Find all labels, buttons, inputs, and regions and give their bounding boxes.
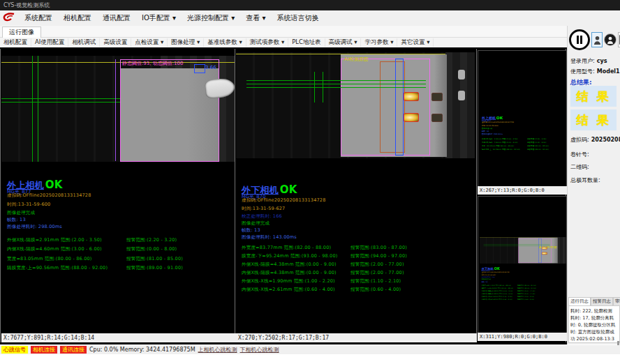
pixel-status-upper: X:7677;Y:891;R:14;G:14;B:14: [1, 333, 237, 342]
control-panel: 登录用户:cys 使用型号:Model1 总结果: 结 果 结 果 虚拟码:20…: [567, 26, 620, 344]
control-buttons: [569, 29, 620, 50]
pixel-status-lower: X:270;Y:2502;R:17;G:17;B:17: [236, 333, 477, 342]
measurement-row: 内侧X线-隔膜=4.38mm 范围:(0.00 - 9.00)报警范围:(2.0…: [242, 270, 404, 276]
measurement-row: 宽度=83.05mm 范围:(80.00 - 86.00)报警范围:(81.00…: [7, 256, 183, 262]
divider: [235, 49, 235, 342]
tool-plc-address[interactable]: PLC地址表: [288, 38, 325, 47]
process-done-line: 图像处理完成: [242, 220, 270, 227]
correction-elapsed-line: 校正处理耗时: 166: [242, 213, 282, 220]
tool-advanced-debug[interactable]: 高级调试 ▾: [325, 38, 362, 47]
measurement-row: 内侧X线-隔膜=4.60mm 范围:(3.00 - 6.00)报警范围:(0.0…: [7, 246, 177, 252]
camera-link-indicator: 相机连接: [31, 346, 57, 354]
tool-spot-check[interactable]: 点检设置 ▾: [131, 38, 168, 47]
camera-image-lower[interactable]: AI检测原图: [236, 52, 475, 158]
image-light-column: [445, 52, 475, 158]
toolbar: 相机配置 AI使用配置 相机调试 高级设置 点检设置 ▾ 图像处理 ▾ 基准线参…: [0, 38, 567, 48]
film-surface: [121, 68, 219, 161]
upper-camera-heartbeat-check: 上相机心跳检测: [198, 346, 237, 354]
time-line: 时间:13-31-59-600: [7, 202, 50, 208]
tool-learning-params[interactable]: 学习参数 ▾: [361, 38, 397, 47]
tab-dim-marker: [431, 93, 443, 101]
divider: [0, 49, 1, 342]
result-ok-badge: OK: [280, 183, 297, 196]
pixel-status-thumb-upper: X:267;Y:13;R:0;G:0;B:0: [478, 186, 568, 195]
roi-line-purple: [115, 59, 116, 161]
login-user-field: 登录用户:cys: [570, 57, 607, 65]
tab-run-image[interactable]: 运行图像: [2, 26, 41, 38]
heartbeat-indicator: 心跳信号: [1, 346, 28, 354]
tool-ai-usage-config[interactable]: AI使用配置: [31, 38, 68, 47]
cpu-memory-readout: Cpu: 0.0% Memory: 3424.41796875M: [89, 347, 195, 353]
result-ok-badge: OK: [45, 179, 63, 191]
measurement-row: 外侧X线-隔膜=4.38mm 范围:(0.00 - 9.00)报警范围:(2.0…: [242, 261, 404, 268]
camera-panel-lower: AI检测原图 外下相机OK MG光_B70 虚拟码:OFfline2025020…: [236, 49, 475, 333]
measurement-row: 膜宽度-下=95.24mm 范围:(93.00 - 98.00)报警范围:(94…: [242, 253, 407, 259]
menu-comm-config[interactable]: 通讯配置: [97, 13, 136, 23]
comm-link-indicator: 通讯连接: [60, 346, 87, 354]
tool-other-settings[interactable]: 其它设置 ▾: [397, 38, 434, 47]
status-bar: 心跳信号 相机连接 通讯连接 Cpu: 0.0% Memory: 3424.41…: [0, 345, 620, 354]
menu-view[interactable]: 查看 ▾: [240, 13, 271, 23]
needle-number-field: 卷针号:: [570, 151, 589, 158]
person-circle-icon: [607, 36, 614, 44]
window-titlebar: CYS-视觉检测系统: [0, 0, 620, 10]
menu-light-config[interactable]: 光源控制配置 ▾: [182, 13, 240, 23]
menu-system-config[interactable]: 系统配置: [19, 13, 58, 23]
camera-panel-upper: 静态阈值:93, 动态阈值:100 3.66 外上相机OK MG光_B77 虚拟…: [1, 49, 235, 333]
measure-line-green: [246, 87, 426, 88]
virtual-code-field: 虚拟码:20250208: [570, 136, 620, 144]
frame-count-line: 帧数: 13: [242, 227, 260, 234]
virtual-code-line: 虚拟码:OFfline20250208133134728: [242, 197, 325, 204]
tab-dim-marker: [431, 114, 443, 122]
frame-count-line: 帧数: 13: [7, 217, 26, 223]
app-window: CYS-视觉检测系统 系统配置 相机配置 通讯配置 IO手配置 ▾ 光源控制配置…: [0, 0, 620, 364]
edge-marker-box: [194, 64, 205, 73]
metal-highlight: [458, 91, 465, 100]
log-output: 耗时: 222, 轮廓检测耗时: 17, 轮廓分离耗时: 0, 轮廓提取分区耗时…: [568, 305, 620, 343]
measurement-row: 外侧X线-X线=1.90mm 范围:(1.00 - 2.20)报警范围:(1.1…: [242, 278, 401, 285]
measure-line-green: [323, 72, 323, 103]
measure-line-green: [1, 102, 126, 103]
measure-line-green: [246, 84, 426, 84]
tool-advanced-settings[interactable]: 高级设置: [100, 38, 131, 47]
measurement-row: 内侧X线-X线=2.61mm 范围:(0.60 - 4.00)报警范围:(0.6…: [242, 287, 401, 293]
tab-glow-marker: [404, 92, 419, 101]
app-logo-icon: [3, 13, 17, 24]
tool-camera-debug[interactable]: 相机调试: [68, 38, 100, 47]
menu-io-config[interactable]: IO手配置 ▾: [136, 13, 182, 23]
divider: [476, 49, 477, 342]
tab-strip: 运行图像: [0, 26, 567, 38]
lower-camera-heartbeat-check: 下相机心跳检测: [240, 346, 279, 354]
measure-line-green: [314, 72, 315, 103]
elapsed-line: 图像处理耗时: 298.00ms: [7, 224, 62, 230]
pause-icon: [577, 36, 579, 44]
measure-line-green: [1, 98, 126, 99]
model-field: 使用型号:Model1: [570, 68, 620, 75]
qr-code-field: 二维码:: [570, 163, 589, 171]
thumbnail-panel-upper[interactable]: 外上相机OK MG光_B77 虚拟码:OFfline20250208133134…: [478, 50, 567, 188]
tool-camera-config[interactable]: 相机配置: [0, 38, 31, 47]
window-title: CYS-视觉检测系统: [3, 2, 50, 8]
pixel-status-thumb-lower: X:311;Y:980;R:0;G:0;B:0: [478, 333, 568, 341]
virtual-code-line: 虚拟码:OFfline20250208133134728: [7, 192, 91, 199]
measurement-row: 外宽度=83.77mm 范围:(82.00 - 88.00)报警范围:(83.0…: [242, 245, 407, 251]
measure-line-green: [38, 56, 38, 162]
person-icon: [593, 36, 601, 45]
time-line: 时间:13-31-59-627: [242, 206, 285, 212]
tab-count-field: 总极耳数量:: [570, 176, 600, 184]
process-done-line: 图像处理完成: [7, 210, 35, 216]
result-box-upper: 结 果: [570, 86, 617, 107]
account-button[interactable]: [604, 33, 617, 46]
tool-test-params[interactable]: 测试项参数 ▾: [246, 38, 288, 47]
tool-image-processing[interactable]: 图像处理 ▾: [168, 38, 204, 47]
user-login-button[interactable]: [591, 32, 603, 47]
camera-image-upper[interactable]: 静态阈值:93, 动态阈值:100 3.66: [1, 56, 235, 162]
ai-source-annotation: AI检测原图: [344, 56, 369, 63]
pause-button[interactable]: [569, 29, 590, 50]
threshold-annotation: 静态阈值:93, 动态阈值:100: [122, 60, 183, 67]
tool-baseline-params[interactable]: 基准线参数 ▾: [204, 38, 246, 47]
menu-language-switch[interactable]: 系统语言切换: [271, 13, 324, 23]
tab-glow-marker: [404, 113, 419, 122]
thumbnail-panel-lower[interactable]: AI检测原图 外下相机OK MG光_B70 虚拟码:OFfline2025020…: [478, 196, 567, 334]
menu-camera-config[interactable]: 相机配置: [58, 13, 97, 23]
